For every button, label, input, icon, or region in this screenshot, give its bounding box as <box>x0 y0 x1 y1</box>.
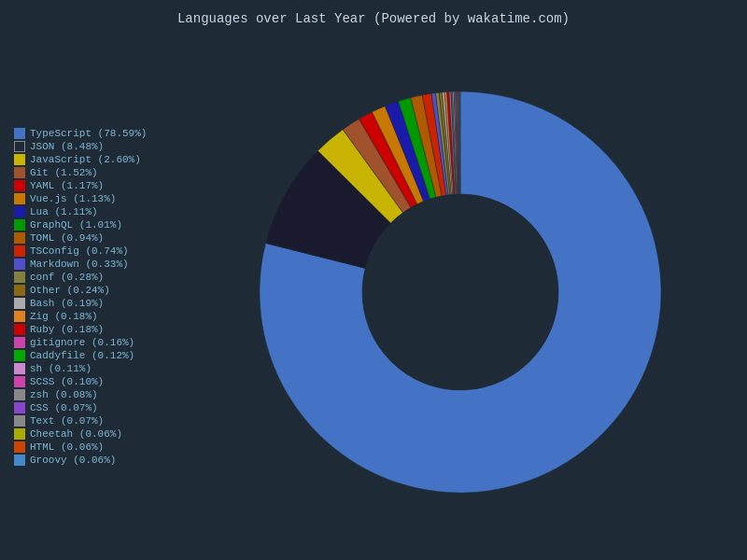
chart-title: Languages over Last Year (Powered by wak… <box>177 11 570 26</box>
donut-hole <box>362 194 558 390</box>
legend-color-box <box>14 180 25 191</box>
legend-color-box <box>14 428 25 440</box>
legend-item: Lua (1.11%) <box>14 206 173 217</box>
legend-item: conf (0.28%) <box>14 272 173 283</box>
legend-item: SCSS (0.10%) <box>14 376 173 387</box>
legend-color-box <box>14 154 25 165</box>
legend-label: Vue.js (1.13%) <box>30 193 116 204</box>
legend-color-box <box>14 441 25 453</box>
legend-item: JavaScript (2.60%) <box>14 154 173 165</box>
legend-color-box <box>14 402 25 413</box>
donut-wrapper <box>173 63 747 530</box>
legend-item: Markdown (0.33%) <box>14 259 173 270</box>
legend: TypeScript (78.59%)JSON (8.48%)JavaScrip… <box>9 128 173 466</box>
legend-label: JavaScript (2.60%) <box>30 154 141 165</box>
legend-item: HTML (0.06%) <box>14 441 173 453</box>
legend-item: zsh (0.08%) <box>14 389 173 400</box>
legend-label: SCSS (0.10%) <box>30 376 104 387</box>
legend-color-box <box>14 415 25 427</box>
legend-color-box <box>14 193 25 204</box>
legend-item: Zig (0.18%) <box>14 311 173 322</box>
legend-color-box <box>14 324 25 335</box>
legend-label: Git (1.52%) <box>30 167 98 178</box>
legend-label: Text (0.07%) <box>30 415 104 427</box>
legend-label: Other (0.24%) <box>30 285 110 296</box>
legend-label: Caddyfile (0.12%) <box>30 350 134 361</box>
legend-item: Other (0.24%) <box>14 285 173 296</box>
legend-color-box <box>14 245 25 257</box>
legend-item: sh (0.11%) <box>14 363 173 374</box>
legend-item: Caddyfile (0.12%) <box>14 350 173 361</box>
legend-label: Lua (1.11%) <box>30 206 98 217</box>
donut-chart <box>246 63 675 530</box>
legend-color-box <box>14 455 25 466</box>
legend-label: zsh (0.08%) <box>30 389 98 400</box>
legend-color-box <box>14 259 25 270</box>
content-area: TypeScript (78.59%)JSON (8.48%)JavaScrip… <box>0 34 747 560</box>
legend-item: Git (1.52%) <box>14 167 173 178</box>
chart-segment <box>459 91 460 194</box>
legend-label: GraphQL (1.01%) <box>30 219 122 231</box>
legend-item: TypeScript (78.59%) <box>14 128 173 139</box>
legend-item: gitignore (0.16%) <box>14 337 173 348</box>
legend-color-box <box>14 285 25 296</box>
legend-color-box <box>14 363 25 374</box>
legend-label: Zig (0.18%) <box>30 311 98 322</box>
legend-item: GraphQL (1.01%) <box>14 219 173 231</box>
legend-label: CSS (0.07%) <box>30 402 98 413</box>
legend-color-box <box>14 167 25 178</box>
legend-color-box <box>14 206 25 217</box>
legend-item: Text (0.07%) <box>14 415 173 427</box>
legend-color-box <box>14 337 25 348</box>
legend-color-box <box>14 376 25 387</box>
legend-item: CSS (0.07%) <box>14 402 173 413</box>
legend-color-box <box>14 272 25 283</box>
legend-label: Groovy (0.06%) <box>30 455 116 466</box>
legend-item: TSConfig (0.74%) <box>14 245 173 257</box>
legend-label: TSConfig (0.74%) <box>30 245 129 257</box>
legend-label: Cheetah (0.06%) <box>30 428 122 440</box>
legend-item: Bash (0.19%) <box>14 298 173 309</box>
legend-color-box <box>14 389 25 400</box>
legend-label: TOML (0.94%) <box>30 232 104 244</box>
legend-label: gitignore (0.16%) <box>30 337 134 348</box>
legend-label: Ruby (0.18%) <box>30 324 104 335</box>
legend-label: JSON (8.48%) <box>30 141 104 152</box>
legend-color-box <box>14 311 25 322</box>
legend-color-box <box>14 219 25 231</box>
legend-item: YAML (1.17%) <box>14 180 173 191</box>
legend-label: YAML (1.17%) <box>30 180 104 191</box>
chart-container: Languages over Last Year (Powered by wak… <box>0 0 747 560</box>
legend-color-box <box>14 232 25 244</box>
legend-item: Vue.js (1.13%) <box>14 193 173 204</box>
legend-label: TypeScript (78.59%) <box>30 128 147 139</box>
legend-label: Markdown (0.33%) <box>30 259 129 270</box>
legend-color-box <box>14 350 25 361</box>
legend-item: Ruby (0.18%) <box>14 324 173 335</box>
legend-color-box <box>14 298 25 309</box>
legend-item: Groovy (0.06%) <box>14 455 173 466</box>
legend-label: HTML (0.06%) <box>30 441 104 453</box>
legend-label: Bash (0.19%) <box>30 298 104 309</box>
legend-color-box <box>14 128 25 139</box>
legend-label: conf (0.28%) <box>30 272 104 283</box>
legend-color-box <box>14 141 25 152</box>
legend-item: Cheetah (0.06%) <box>14 428 173 440</box>
legend-label: sh (0.11%) <box>30 363 92 374</box>
legend-item: TOML (0.94%) <box>14 232 173 244</box>
legend-item: JSON (8.48%) <box>14 141 173 152</box>
